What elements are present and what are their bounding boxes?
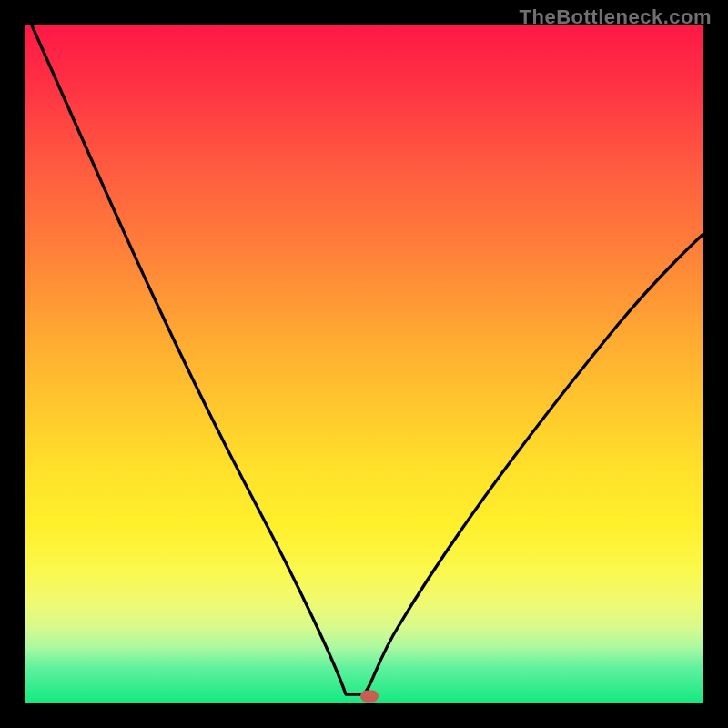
optimal-point-marker xyxy=(360,691,379,703)
plot-area xyxy=(25,25,703,703)
bottleneck-curve xyxy=(25,25,703,703)
watermark-text: TheBottleneck.com xyxy=(520,5,712,29)
chart-frame: TheBottleneck.com xyxy=(0,0,728,728)
curve-path xyxy=(32,25,703,694)
